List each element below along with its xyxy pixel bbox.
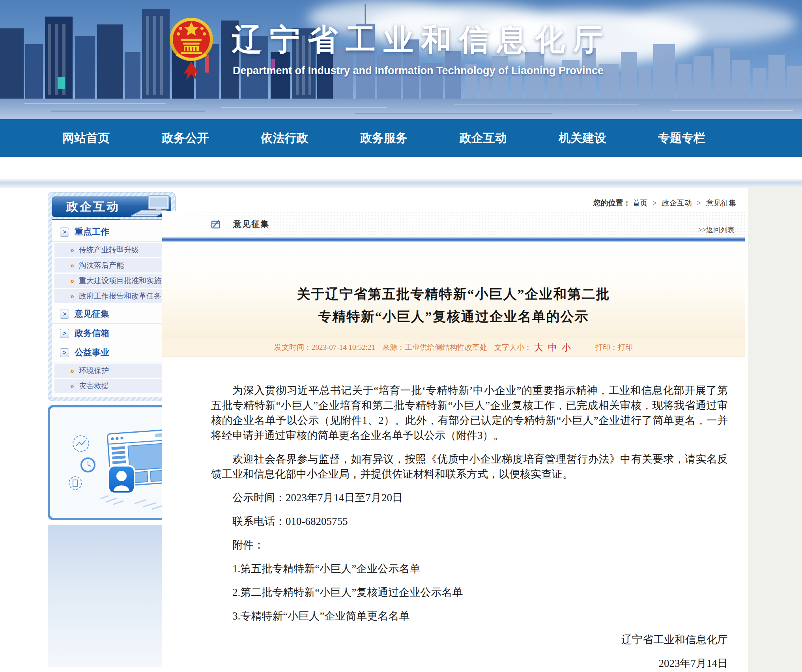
sidebar-section-item[interactable]: > 意见征集 bbox=[52, 304, 171, 324]
site-subtitle: Department of Industry and Information T… bbox=[233, 65, 604, 77]
sidebar-sub-item[interactable]: » 环境保护 bbox=[54, 364, 169, 378]
nav-item-agency-building[interactable]: 机关建设 bbox=[559, 130, 606, 146]
attachment-link[interactable]: 1.第五批专精特新“小巨人”企业公示名单 bbox=[211, 561, 728, 576]
chevron-right-icon: > bbox=[60, 310, 69, 319]
attachment-link[interactable]: 2.第二批专精特新“小巨人”复核通过企业公示名单 bbox=[211, 585, 728, 600]
sidebar-section-item[interactable]: > 公益事业 bbox=[52, 343, 171, 362]
article-date: 2023年7月14日 bbox=[211, 656, 728, 671]
article-body: 为深入贯彻习近平总书记关于“培育一批‘专精特新’中小企业”的重要指示精神，工业和… bbox=[162, 357, 745, 671]
sidebar-sub-item[interactable]: » 传统产业转型升级 bbox=[54, 243, 169, 257]
breadcrumb-item-gov-enterprise[interactable]: 政企互动 bbox=[662, 199, 692, 207]
right-margin-strip bbox=[748, 188, 802, 672]
attachments-label: 附件： bbox=[211, 538, 728, 553]
edit-icon bbox=[211, 219, 221, 229]
fontsize-medium-button[interactable]: 中 bbox=[548, 342, 557, 354]
breadcrumb-label: 您的位置： bbox=[593, 199, 631, 207]
article-meta-bar: 发文时间： 2023-07-14 10:52:21 来源： 工业供给侧结构性改革… bbox=[162, 338, 745, 357]
article-title-band: 关于辽宁省第五批专精特新“小巨人”企业和第二批 专精特新“小巨人”复核通过企业名… bbox=[162, 242, 745, 338]
page: 辽宁省工业和信息化厅 Department of Industry and In… bbox=[0, 0, 802, 672]
sidebar-item-label: 灾害救援 bbox=[79, 381, 109, 391]
double-arrow-icon: » bbox=[70, 277, 74, 285]
sidebar-section-item[interactable]: > 政务信箱 bbox=[52, 324, 171, 343]
article-title-line1: 关于辽宁省第五批专精特新“小巨人”企业和第二批 bbox=[162, 283, 745, 305]
site-title: 辽宁省工业和信息化厅 bbox=[232, 20, 611, 60]
attachment-link[interactable]: 3.专精特新“小巨人”企业简单更名名单 bbox=[211, 609, 728, 623]
breadcrumb-item-home[interactable]: 首页 bbox=[633, 199, 648, 207]
chevron-right-icon: > bbox=[60, 348, 69, 357]
sidebar-menu-box: 政企互动 > 重点工作 » 传统产业转型升级 bbox=[48, 192, 176, 401]
nav-item-gov-enterprise[interactable]: 政企互动 bbox=[460, 130, 507, 146]
sidebar-item-label: 公益事业 bbox=[75, 347, 109, 358]
double-arrow-icon: » bbox=[70, 261, 74, 270]
sidebar-illustration bbox=[48, 405, 176, 520]
main-navbar: 网站首页 政务公开 依法行政 政务服务 政企互动 机关建设 专题专栏 bbox=[0, 119, 802, 157]
sidebar-sub-item[interactable]: » 政府工作报告和改革任务 bbox=[54, 289, 169, 303]
sidebar-item-label: 重点工作 bbox=[75, 226, 109, 238]
header-banner: 辽宁省工业和信息化厅 Department of Industry and In… bbox=[0, 0, 802, 119]
publicity-period-line: 公示时间：2023年7月14日至7月20日 bbox=[211, 490, 728, 505]
sidebar-section-item[interactable]: > 重点工作 bbox=[52, 222, 171, 242]
sidebar-sub-item[interactable]: » 灾害救援 bbox=[54, 379, 169, 393]
section-divider-bar bbox=[162, 237, 745, 242]
sidebar-item-label: 政务信箱 bbox=[75, 327, 109, 339]
main-content: 意见征集 >>返回列表 关于辽宁省第五批专精特新“小巨人”企业和第二批 专精特新… bbox=[162, 211, 745, 672]
section-header: 意见征集 >>返回列表 bbox=[162, 211, 745, 237]
sidebar-sub-item[interactable]: » 重大建设项目批准和实施 bbox=[54, 274, 169, 288]
nav-item-special-columns[interactable]: 专题专栏 bbox=[658, 130, 705, 146]
nav-item-law-admin[interactable]: 依法行政 bbox=[261, 130, 308, 146]
breadcrumb: 您的位置： 首页 > 政企互动 > 意见征集 bbox=[162, 198, 736, 208]
source-value: 工业供给侧结构性改革处 bbox=[405, 342, 487, 353]
sidebar-header-label: 政企互动 bbox=[66, 200, 120, 213]
double-arrow-icon: » bbox=[70, 382, 74, 390]
publish-time-label: 发文时间： bbox=[274, 342, 312, 353]
sidebar-header: 政企互动 bbox=[52, 196, 171, 217]
nav-item-gov-open[interactable]: 政务公开 bbox=[162, 130, 209, 146]
sidebar-item-label: 淘汰落后产能 bbox=[79, 260, 124, 271]
sidebar-item-label: 政府工作报告和改革任务 bbox=[79, 291, 161, 301]
double-arrow-icon: » bbox=[70, 367, 74, 375]
article-paragraph: 欢迎社会各界参与监督，如有异议，按照《优质中小企业梯度培育管理暂行办法》中有关要… bbox=[211, 452, 728, 482]
article-title-line2: 专精特新“小巨人”复核通过企业名单的公示 bbox=[162, 305, 745, 328]
sidebar-item-label: 意见征集 bbox=[75, 308, 109, 320]
breadcrumb-item-current[interactable]: 意见征集 bbox=[706, 199, 736, 207]
section-title: 意见征集 bbox=[233, 218, 269, 230]
breadcrumb-separator: > bbox=[652, 199, 657, 207]
print-label: 打印： bbox=[595, 342, 618, 353]
fontsize-large-button[interactable]: 大 bbox=[534, 342, 543, 354]
chevron-right-icon: > bbox=[60, 329, 69, 338]
source-label: 来源： bbox=[382, 342, 405, 353]
sidebar-bottom-strip bbox=[48, 525, 176, 667]
content-top-groove bbox=[0, 178, 802, 188]
nav-items: 网站首页 政务公开 依法行政 政务服务 政企互动 机关建设 专题专栏 bbox=[62, 119, 705, 157]
breadcrumb-separator: > bbox=[697, 199, 701, 207]
back-to-list-link[interactable]: >>返回列表 bbox=[698, 225, 735, 235]
nav-item-gov-service[interactable]: 政务服务 bbox=[360, 130, 408, 146]
sidebar-item-label: 环境保护 bbox=[79, 366, 109, 376]
sidebar-item-label: 传统产业转型升级 bbox=[79, 245, 139, 255]
print-button[interactable]: 打印 bbox=[618, 342, 633, 353]
publish-time-value: 2023-07-14 10:52:21 bbox=[312, 343, 375, 352]
double-arrow-icon: » bbox=[70, 246, 74, 254]
online-service-illustration bbox=[50, 407, 173, 518]
sidebar-item-label: 重大建设项目批准和实施 bbox=[79, 276, 161, 286]
sidebar-menu: > 重点工作 » 传统产业转型升级 » 淘汰落后产能 » 重大建设项目批准和实施… bbox=[52, 220, 171, 397]
article-signature: 辽宁省工业和信息化厅 bbox=[211, 632, 728, 647]
fontsize-label: 文字大小： bbox=[494, 342, 532, 353]
contact-phone-line: 联系电话：010-68205755 bbox=[211, 514, 728, 529]
fontsize-small-button[interactable]: 小 bbox=[562, 342, 571, 354]
national-emblem-icon bbox=[169, 15, 214, 83]
nav-item-home[interactable]: 网站首页 bbox=[62, 130, 110, 146]
sidebar-sub-item[interactable]: » 淘汰落后产能 bbox=[54, 258, 169, 273]
article-paragraph: 为深入贯彻习近平总书记关于“培育一批‘专精特新’中小企业”的重要指示精神，工业和… bbox=[211, 383, 728, 443]
double-arrow-icon: » bbox=[70, 292, 74, 301]
sidebar: 政企互动 > 重点工作 » 传统产业转型升级 bbox=[48, 192, 176, 667]
chevron-right-icon: > bbox=[60, 228, 69, 237]
